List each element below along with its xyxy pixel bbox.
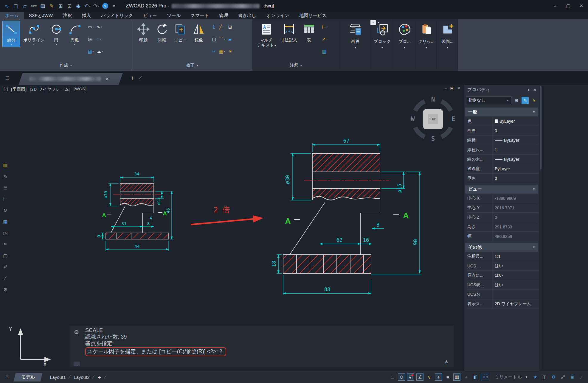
viewport-ucs-control[interactable]: [WCS] bbox=[74, 87, 87, 92]
property-row[interactable]: 色ByLayer bbox=[467, 116, 538, 126]
dynamic-input-icon[interactable]: ϟ bbox=[426, 373, 433, 381]
polar-tracking-icon[interactable]: ⊙ bbox=[398, 373, 405, 381]
move-button[interactable]: 移動 bbox=[135, 21, 152, 43]
property-row[interactable]: 線の太...ByLayer bbox=[467, 155, 538, 164]
status-slash-icon[interactable]: ∕ bbox=[578, 373, 585, 381]
add-selected-icon[interactable]: ＋ bbox=[463, 373, 470, 381]
ribbon-tab-tools[interactable]: ツール bbox=[162, 12, 186, 19]
command-collapse-chevron-icon[interactable]: ∧ bbox=[444, 359, 449, 365]
spline-tool-icon[interactable]: ∿▾ bbox=[96, 21, 104, 33]
copy-button[interactable]: コピー bbox=[172, 21, 189, 43]
ribbon-tab-annotation[interactable]: 注釈 bbox=[58, 12, 77, 19]
trim-tool-icon[interactable]: ╱▾ bbox=[218, 21, 226, 33]
layout2-tab[interactable]: Layout2 bbox=[74, 375, 89, 380]
redo-icon[interactable]: ↷▾ bbox=[92, 2, 100, 10]
dim-style-tool-icon[interactable]: ⊢ bbox=[1, 195, 10, 203]
table-button[interactable]: 表 bbox=[300, 21, 318, 43]
cycle-select-icon[interactable]: ◧ bbox=[472, 373, 479, 381]
settings-gear-icon[interactable]: ⚙ bbox=[550, 373, 557, 381]
ribbon-tab-home[interactable]: ホーム bbox=[0, 12, 24, 19]
palette-close-icon[interactable]: ✕ bbox=[533, 88, 536, 92]
property-row[interactable]: 中心 X-1390.9809 bbox=[467, 194, 538, 203]
palette-scrollbar-thumb[interactable] bbox=[540, 86, 542, 169]
rotate-button[interactable]: 回転 bbox=[153, 21, 170, 43]
property-row[interactable]: 線種ByLayer bbox=[467, 136, 538, 145]
offset-tool-icon[interactable]: ≃ bbox=[211, 46, 217, 58]
select-objects-icon[interactable]: ↖ bbox=[522, 97, 529, 104]
annotation-scale-tool-icon[interactable]: ▥ bbox=[1, 161, 10, 169]
polyline-button[interactable]: ポリライン ▾ bbox=[21, 21, 46, 46]
selection-filter-dropdown[interactable]: 指定なし▼ bbox=[466, 96, 511, 104]
viewport-visual-style-control[interactable]: [2D ワイヤフレーム] bbox=[30, 87, 71, 92]
status-menu-icon[interactable]: ≡ bbox=[5, 374, 9, 380]
property-row[interactable]: 透過度ByLayer bbox=[467, 164, 538, 174]
fullscreen-icon[interactable]: ⤢ bbox=[559, 373, 567, 381]
new-tab-icon[interactable]: ＋ bbox=[129, 74, 135, 82]
undo-icon[interactable]: ↶▾ bbox=[83, 2, 91, 10]
pen-tool-icon[interactable]: ∕ bbox=[1, 274, 10, 282]
circle-button[interactable]: 円 ▾ bbox=[48, 21, 65, 46]
command-line-panel[interactable]: ⚙ SCALE認識された数: 39基点を指定:スケール因子を指定、または [コピ… bbox=[69, 326, 454, 367]
help-icon[interactable]: ? bbox=[102, 3, 108, 9]
property-row[interactable]: UCS表...はい bbox=[467, 280, 538, 290]
ribbon-tab-manage[interactable]: 管理 bbox=[214, 12, 233, 19]
ribbon-collapse-up-icon[interactable]: ▲ bbox=[370, 20, 376, 25]
viewport-close-icon[interactable]: ✕ bbox=[457, 86, 460, 90]
line-button[interactable]: 線分 ▾ bbox=[2, 21, 20, 47]
view-compass[interactable]: N S W E TOP bbox=[411, 96, 455, 142]
sheet-tool-icon[interactable]: ▢ bbox=[1, 252, 10, 259]
group-label-create[interactable]: 作成▼ bbox=[0, 60, 132, 71]
copy-file-icon[interactable]: ⊞ bbox=[57, 2, 64, 10]
model-tab[interactable]: モデル bbox=[13, 373, 42, 382]
ribbon-tab-parametric[interactable]: パラメトリック bbox=[96, 12, 138, 19]
property-row[interactable]: 高さ291.6733 bbox=[467, 222, 538, 232]
viewport-view-control[interactable]: [平面図] bbox=[11, 87, 27, 92]
open-folder-icon[interactable]: ▱ bbox=[21, 2, 29, 10]
rectangle-tool-icon[interactable]: ▭▾ bbox=[87, 21, 95, 33]
arc-button[interactable]: 円弧 ▾ bbox=[66, 21, 83, 46]
lineweight-display-icon[interactable]: ▦ bbox=[453, 373, 460, 381]
ribbon-collapse-down-icon[interactable]: ▼ bbox=[376, 20, 381, 25]
viewport-restore-icon[interactable]: ▣ bbox=[450, 86, 454, 90]
maximize-button[interactable]: ▢ bbox=[562, 0, 575, 12]
mtext-button[interactable]: A マルチ テキスト ▾ bbox=[255, 21, 278, 49]
linear-dimension-tool-icon[interactable]: ⊢▾ bbox=[321, 21, 329, 33]
ribbon-tab-view[interactable]: ビュー bbox=[138, 12, 162, 19]
lineweight-list-icon[interactable]: ≡ bbox=[444, 373, 451, 381]
ribbon-tab-online[interactable]: オンライン bbox=[261, 12, 294, 19]
chevron-down-icon[interactable]: ▼ bbox=[525, 376, 528, 379]
pqp-tool-icon[interactable]: ✐ bbox=[1, 263, 10, 271]
fillet-tool-icon[interactable]: ⌒▾ bbox=[218, 33, 226, 45]
array-tool-icon[interactable]: ▦▾ bbox=[218, 46, 226, 58]
viewport-controls-toggle[interactable]: [-] bbox=[4, 87, 8, 92]
snap-mode-icon[interactable]: ＋ bbox=[435, 373, 442, 381]
options-tool-icon[interactable]: ⚙ bbox=[1, 286, 10, 293]
property-row[interactable]: 中心 Y2016.7371 bbox=[467, 203, 538, 213]
scale-tool-icon[interactable]: ◳ bbox=[211, 33, 217, 45]
print-icon[interactable]: ⊡ bbox=[66, 2, 73, 10]
property-row[interactable]: 画層0 bbox=[467, 126, 538, 136]
dimension-button[interactable]: 寸法記入 bbox=[279, 21, 299, 43]
explode-tool-icon[interactable]: ☀ bbox=[227, 46, 233, 58]
property-row[interactable]: 注釈尺...1:1 bbox=[467, 252, 538, 261]
xref-tool-icon[interactable]: ◳ bbox=[1, 229, 10, 237]
properties-section-misc[interactable]: その他▼ bbox=[465, 243, 538, 252]
add-layout-icon[interactable]: ＋ bbox=[97, 374, 102, 381]
property-row[interactable]: UCS名 bbox=[467, 290, 538, 299]
property-row[interactable]: UCS ...はい bbox=[467, 261, 538, 271]
stretch-tool-icon[interactable]: ↥ bbox=[211, 21, 217, 33]
viewport-minimize-icon[interactable]: – bbox=[445, 86, 447, 90]
block-editor-tool-icon[interactable]: ▦ bbox=[1, 218, 10, 225]
coordinate-display-icon[interactable]: 0.0 bbox=[481, 374, 490, 380]
save-icon[interactable]: ▤ bbox=[39, 2, 46, 10]
leader-tool-icon[interactable]: ↗▾ bbox=[321, 33, 329, 45]
revision-cloud-tool-icon[interactable]: ☁▾ bbox=[96, 46, 104, 58]
object-snap-tracking-icon[interactable]: ∠ bbox=[416, 373, 423, 381]
workspace-icon[interactable]: ◫ bbox=[541, 373, 548, 381]
properties-section-general[interactable]: 一般▼ bbox=[465, 108, 538, 116]
donut-tool-icon[interactable]: ◎▾ bbox=[87, 33, 95, 45]
object-snap-icon[interactable]: ◱ bbox=[407, 373, 414, 381]
jww-import-icon[interactable]: JWW bbox=[30, 2, 38, 10]
ribbon-tab-map-service[interactable]: 地図サービス bbox=[294, 12, 331, 19]
customize-icon[interactable]: ≣ bbox=[569, 373, 576, 381]
